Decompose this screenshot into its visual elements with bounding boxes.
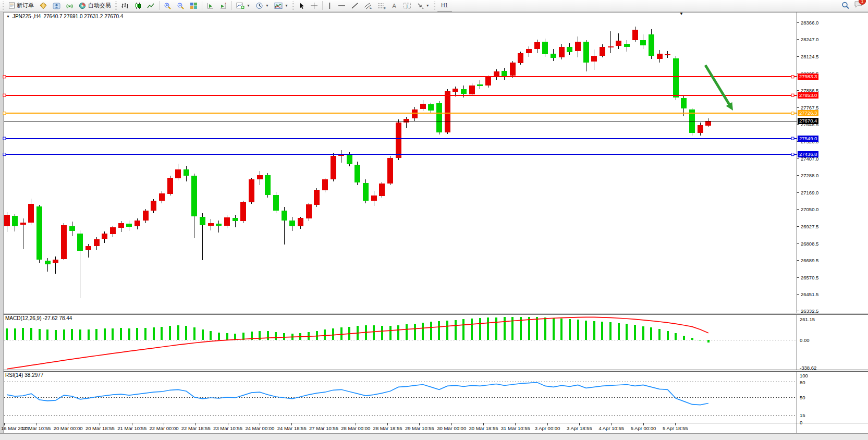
price-tick-label: 27767.5 <box>801 105 818 111</box>
time-tick-label: 24 Mar 00:00 <box>245 425 274 431</box>
time-tick-label: 5 Apr 00:00 <box>631 425 656 431</box>
chart-title: ▼ JPN225-,H4 27640.7 27691.0 27631.2 276… <box>6 14 123 19</box>
rsi-axis-label: 15 <box>800 412 805 418</box>
rsi-name: RSI(14) <box>5 372 23 378</box>
time-tick-label: 31 Mar 10:55 <box>501 425 530 431</box>
price-tick-label: 26570.5 <box>801 275 818 280</box>
price-tick-label: 27288.0 <box>801 173 818 178</box>
price-tick-label: 26689.5 <box>801 258 818 263</box>
scroll-marker-icon: ▼ <box>679 11 683 16</box>
macd-values: -27.62 78.44 <box>43 315 72 321</box>
rsi-axis-label: 100 <box>800 373 808 378</box>
time-tick-label: 30 Mar 18:55 <box>469 425 498 431</box>
price-tick-label: 26808.5 <box>801 241 818 247</box>
rsi-axis-label: 50 <box>800 395 805 400</box>
price-tick-label: 28366.0 <box>801 20 818 26</box>
time-tick-label: 22 Mar 18:55 <box>181 425 211 431</box>
time-tick-label: 27 Mar 10:55 <box>309 425 338 431</box>
price-tick-label: 27169.0 <box>801 190 818 195</box>
price-tick-label: 26927.5 <box>801 224 818 229</box>
macd-axis-label: 261.15 <box>800 316 815 322</box>
time-tick-label: 5 Apr 18:55 <box>663 425 688 431</box>
rsi-indicator-label: RSI(14) 38.2977 <box>5 372 43 378</box>
chart-symbol-label: JPN225-,H4 <box>13 14 41 19</box>
time-tick-label: 3 Apr 18:55 <box>567 425 592 431</box>
price-line-tag[interactable]: 27549.0 <box>798 136 818 142</box>
price-line-tag[interactable]: 27853.0 <box>798 92 818 99</box>
time-tick-label: 24 Mar 18:55 <box>277 425 307 431</box>
time-tick-label: 4 Apr 10:55 <box>598 425 624 431</box>
price-tick-label: 27050.0 <box>801 206 818 212</box>
macd-axis-label: -338.62 <box>800 365 816 371</box>
time-tick-label: 28 Mar 18:55 <box>373 425 402 431</box>
rsi-axis-label: 80 <box>800 380 805 385</box>
chart-dropdown-icon[interactable]: ▼ <box>6 15 10 18</box>
time-tick-label: 30 Mar 00:00 <box>437 425 466 431</box>
time-tick-label: 23 Mar 10:55 <box>213 425 242 431</box>
price-line-tag[interactable]: 27436.8 <box>798 151 818 157</box>
rsi-axis-label: 0 <box>800 420 802 425</box>
price-line-tag[interactable]: 27670.4 <box>798 118 818 124</box>
price-line-tag[interactable]: 27726.3 <box>798 110 818 116</box>
time-tick-label: 22 Mar 00:00 <box>150 425 179 431</box>
price-tick-label: 28124.5 <box>801 54 818 59</box>
time-tick-label: 28 Mar 00:00 <box>341 425 370 431</box>
chart-canvas[interactable] <box>0 0 868 440</box>
price-tick-label: 26332.5 <box>801 308 818 314</box>
time-tick-label: 20 Mar 18:55 <box>85 425 115 431</box>
time-tick-label: 21 Mar 10:55 <box>117 425 146 431</box>
chart-ohlc-quote: 27640.7 27691.0 27631.2 27670.4 <box>43 14 123 19</box>
macd-name: MACD(12,26,9) <box>5 315 41 321</box>
macd-axis-label: 0.00 <box>800 337 810 343</box>
time-tick-label: 17 Mar 10:55 <box>21 425 51 431</box>
price-tick-label: 26451.5 <box>801 291 818 297</box>
macd-indicator-label: MACD(12,26,9) -27.62 78.44 <box>5 315 72 321</box>
price-tick-label: 28247.0 <box>801 36 818 42</box>
rsi-value: 38.2977 <box>25 372 43 378</box>
time-tick-label: 29 Mar 10:55 <box>405 425 434 431</box>
time-tick-label: 3 Apr 00:00 <box>535 425 560 431</box>
price-line-tag[interactable]: 27983.3 <box>798 74 818 80</box>
time-tick-label: 20 Mar 00:00 <box>54 425 83 431</box>
